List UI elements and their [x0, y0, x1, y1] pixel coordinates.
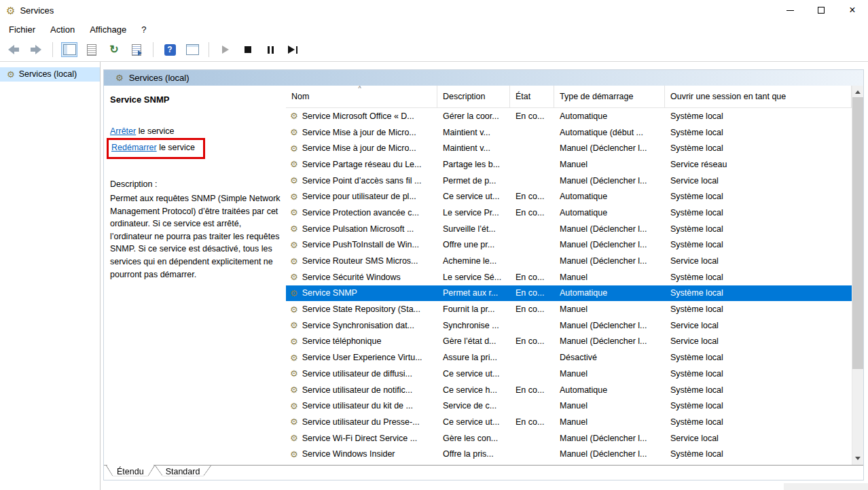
table-row[interactable]: ⚙ Service pour utilisateur de pl... Ce s…	[286, 188, 852, 205]
table-row[interactable]: ⚙ Service Point d’accès sans fil ... Per…	[286, 173, 852, 189]
service-startup-type: Manuel (Déclencher l...	[554, 143, 665, 153]
table-row[interactable]: ⚙ Service téléphonique Gère l’état d... …	[286, 334, 852, 350]
scrollbar-thumb[interactable]	[852, 97, 863, 369]
export-list-icon[interactable]	[128, 42, 145, 57]
table-row[interactable]: ⚙ Service Pulsation Microsoft ... Survei…	[286, 221, 852, 237]
service-name: Service Partage réseau du Le...	[302, 160, 422, 169]
service-name: Service pour utilisateur de pl...	[302, 192, 416, 201]
service-logon-as: Service local	[665, 434, 852, 443]
column-header-type-demarrage[interactable]: Type de démarrage	[554, 86, 665, 107]
tab-etendu[interactable]: Étendu	[106, 466, 155, 480]
service-description: Permet aux r...	[437, 288, 510, 298]
table-row[interactable]: ⚙ Service Microsoft Office « D... Gérer …	[286, 108, 852, 124]
table-row[interactable]: ⚙ Service Sécurité Windows Le service Sé…	[286, 269, 852, 285]
help-icon[interactable]	[162, 42, 178, 57]
pause-service-icon[interactable]	[262, 42, 278, 57]
menu-bar: Fichier Action Affichage ?	[0, 20, 868, 38]
tree-item-label: Services (local)	[19, 69, 77, 79]
back-icon[interactable]	[5, 42, 22, 57]
table-row[interactable]: ⚙ Service utilisateur de notific... Ce s…	[286, 382, 852, 398]
menu-affichage[interactable]: Affichage	[82, 22, 134, 37]
service-icon: ⚙	[290, 257, 298, 266]
column-header-nom[interactable]: ^ Nom	[286, 86, 437, 107]
service-state: En co...	[510, 192, 554, 201]
scroll-up-button[interactable]	[852, 86, 863, 97]
service-logon-as: Service local	[665, 256, 852, 266]
service-logon-as: Système local	[665, 273, 852, 282]
service-startup-type: Manuel (Déclencher l...	[554, 449, 665, 459]
vertical-scrollbar[interactable]	[852, 86, 863, 465]
service-startup-type: Manuel (Déclencher l...	[554, 240, 665, 249]
restart-service-icon[interactable]	[285, 42, 301, 57]
service-icon: ⚙	[290, 305, 298, 314]
service-icon: ⚙	[290, 385, 298, 394]
table-row[interactable]: ⚙ Service Synchronisation dat... Synchro…	[286, 317, 852, 334]
table-row[interactable]: ⚙ Service utilisateur du Presse-... Ce s…	[286, 414, 852, 430]
extended-view-icon[interactable]	[184, 42, 200, 57]
table-row[interactable]: ⚙ Service Wi-Fi Direct Service ... Gère …	[286, 430, 852, 447]
table-row[interactable]: ⚙ Service Windows Insider Offre la pris.…	[286, 446, 852, 462]
scroll-up-icon	[855, 88, 861, 94]
table-row[interactable]: ⚙ Service Mise à jour de Micro... Mainti…	[286, 140, 852, 156]
service-state: En co...	[510, 288, 554, 298]
mmc-view: ⚙ Services (local) Service SNMP Arrêter …	[103, 69, 864, 480]
stop-service-link[interactable]: Arrêter	[110, 126, 136, 136]
service-description: Surveille l’ét...	[437, 224, 510, 234]
service-name: Service utilisateur du kit de ...	[302, 401, 413, 410]
toolbar	[0, 38, 868, 62]
service-icon: ⚙	[290, 369, 298, 378]
service-state: En co...	[510, 208, 554, 217]
service-state: En co...	[510, 304, 554, 314]
service-logon-as: Système local	[665, 385, 852, 395]
table-row[interactable]: ⚙ Service Mise à jour de Micro... Mainti…	[286, 124, 852, 141]
tree-item-services-local[interactable]: ⚙ Services (local)	[0, 67, 100, 82]
forward-icon[interactable]	[28, 42, 44, 57]
maximize-button[interactable]	[806, 0, 837, 20]
table-row[interactable]: ⚙ Service Partage réseau du Le... Partag…	[286, 156, 852, 173]
selected-service-title: Service SNMP	[110, 94, 281, 105]
tab-standard[interactable]: Standard	[155, 466, 211, 480]
scrollbar-track[interactable]	[852, 97, 863, 453]
service-icon: ⚙	[290, 402, 298, 410]
close-button[interactable]: ×	[837, 0, 868, 20]
table-row[interactable]: ⚙ Service PushToInstall de Win... Offre …	[286, 237, 852, 253]
show-console-tree-icon[interactable]	[61, 42, 77, 57]
table-row[interactable]: ⚙ Service utilisateur de diffusi... Ce s…	[286, 366, 852, 382]
table-row[interactable]: ⚙ Service Routeur SMS Micros... Achemine…	[286, 253, 852, 269]
toolbar-separator	[209, 42, 209, 57]
menu-action[interactable]: Action	[43, 22, 82, 37]
start-service-icon[interactable]	[217, 42, 234, 57]
service-logon-as: Système local	[665, 240, 852, 249]
service-logon-as: Système local	[665, 288, 852, 298]
table-header-row: ^ Nom Description État Type de démarrage…	[286, 86, 852, 108]
column-header-session[interactable]: Ouvrir une session en tant que	[665, 86, 852, 107]
services-app-icon: ⚙	[6, 5, 15, 16]
table-row[interactable]: ⚙ Service Protection avancée c... Le ser…	[286, 205, 852, 221]
table-row[interactable]: ⚙ Service User Experience Virtu... Assur…	[286, 349, 852, 366]
table-row[interactable]: ⚙ Service State Repository (Sta... Fourn…	[286, 301, 852, 317]
scroll-down-button[interactable]	[852, 453, 863, 465]
close-icon: ×	[849, 5, 855, 16]
refresh-icon[interactable]	[106, 42, 122, 57]
minimize-button[interactable]	[774, 0, 806, 20]
toolbar-separator	[153, 42, 153, 57]
column-header-description[interactable]: Description	[437, 86, 510, 107]
menu-help[interactable]: ?	[134, 22, 153, 37]
service-state: En co...	[510, 111, 554, 121]
service-logon-as: Service local	[665, 336, 852, 346]
service-startup-type: Manuel	[554, 160, 665, 169]
service-startup-type: Manuel (Déclencher l...	[554, 336, 665, 346]
menu-fichier[interactable]: Fichier	[1, 22, 43, 37]
stop-service-line: Arrêter le service	[110, 126, 281, 136]
restart-service-link[interactable]: Redémarrer	[111, 143, 157, 152]
properties-icon[interactable]	[84, 42, 100, 57]
services-grid: ^ Nom Description État Type de démarrage…	[286, 86, 852, 465]
service-name: Service utilisateur de notific...	[302, 385, 413, 395]
service-icon: ⚙	[290, 273, 298, 281]
table-row[interactable]: ⚙ Service utilisateur du kit de ... Serv…	[286, 398, 852, 414]
table-row[interactable]: ⚙ Service SNMP Permet aux r... En co... …	[286, 285, 852, 302]
service-name: Service Routeur SMS Micros...	[302, 256, 418, 266]
column-header-etat[interactable]: État	[510, 86, 554, 107]
stop-service-icon[interactable]	[240, 42, 256, 57]
service-description: Fournit la pr...	[437, 304, 510, 314]
